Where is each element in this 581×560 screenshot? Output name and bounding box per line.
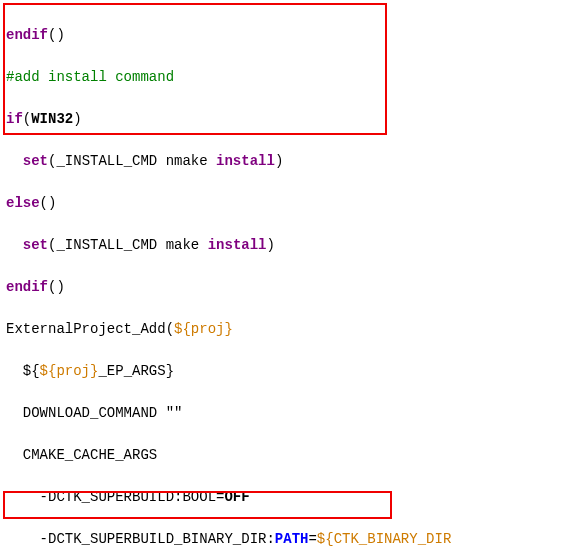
code-line: #add install command xyxy=(6,67,575,88)
code-line: -DCTK_SUPERBUILD:BOOL=OFF xyxy=(6,487,575,508)
code-line: set(_INSTALL_CMD make install) xyxy=(6,235,575,256)
code-block: endif() #add install command if(WIN32) s… xyxy=(0,0,581,560)
code-line: endif() xyxy=(6,25,575,46)
code-line: DOWNLOAD_COMMAND "" xyxy=(6,403,575,424)
code-line: ${${proj}_EP_ARGS} xyxy=(6,361,575,382)
code-line: CMAKE_CACHE_ARGS xyxy=(6,445,575,466)
code-line: -DCTK_SUPERBUILD_BINARY_DIR:PATH=${CTK_B… xyxy=(6,529,575,550)
comment: #add install command xyxy=(6,69,174,85)
code-line: set(_INSTALL_CMD nmake install) xyxy=(6,151,575,172)
code-line: endif() xyxy=(6,277,575,298)
code-line: ExternalProject_Add(${proj} xyxy=(6,319,575,340)
code-line: if(WIN32) xyxy=(6,109,575,130)
code-line: else() xyxy=(6,193,575,214)
